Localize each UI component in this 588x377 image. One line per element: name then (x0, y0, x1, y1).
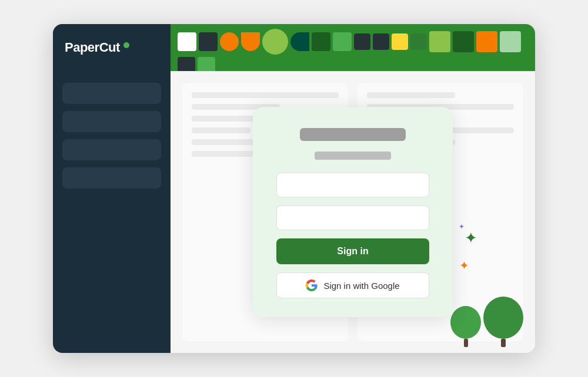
sidebar-item[interactable] (62, 167, 161, 188)
tile (410, 33, 427, 50)
sidebar-item[interactable] (62, 139, 161, 160)
tile (241, 32, 260, 51)
tile (500, 31, 521, 52)
tile (373, 33, 389, 50)
decorative-tiles (171, 24, 535, 71)
login-modal: Sign in Sign in with Google ✦ ✦ (253, 107, 453, 317)
tile (178, 32, 196, 51)
username-input[interactable] (276, 173, 429, 197)
sidebar (53, 71, 171, 353)
app-frame: PaperCut (53, 24, 535, 353)
tile (476, 31, 497, 52)
sidebar-item[interactable] (62, 83, 161, 104)
logo-area: PaperCut (65, 40, 129, 55)
modal-subtitle-placeholder (315, 152, 391, 160)
top-banner: PaperCut (53, 24, 535, 71)
password-input[interactable] (276, 206, 429, 230)
tile (453, 31, 474, 52)
content-area: Sign in Sign in with Google ✦ ✦ (171, 71, 535, 353)
sidebar-header: PaperCut (53, 24, 171, 71)
sidebar-item[interactable] (62, 111, 161, 132)
tile (290, 32, 309, 51)
tile (262, 29, 288, 55)
sparkle-green-icon: ✦ (465, 229, 477, 247)
sparkle-orange-icon: ✦ (459, 258, 469, 282)
google-icon (306, 280, 318, 291)
main-area: Sign in Sign in with Google ✦ ✦ (53, 71, 535, 353)
logo-text: PaperCut (65, 40, 120, 55)
tile (312, 32, 330, 51)
sparkle-blue-icon: ✦ (459, 223, 465, 231)
tile (429, 31, 450, 52)
sign-in-with-google-button[interactable]: Sign in with Google (276, 272, 429, 298)
tile (198, 57, 215, 71)
logo-dot-icon (123, 42, 129, 48)
modal-title-placeholder (300, 128, 406, 141)
tile (220, 32, 239, 51)
tile (199, 32, 218, 51)
modal-overlay: Sign in Sign in with Google ✦ ✦ (171, 71, 535, 353)
tile (333, 32, 352, 51)
tile (354, 33, 370, 50)
sign-in-button[interactable]: Sign in (276, 238, 429, 264)
google-button-label: Sign in with Google (323, 281, 399, 291)
tile (178, 57, 195, 71)
tile (392, 33, 408, 50)
